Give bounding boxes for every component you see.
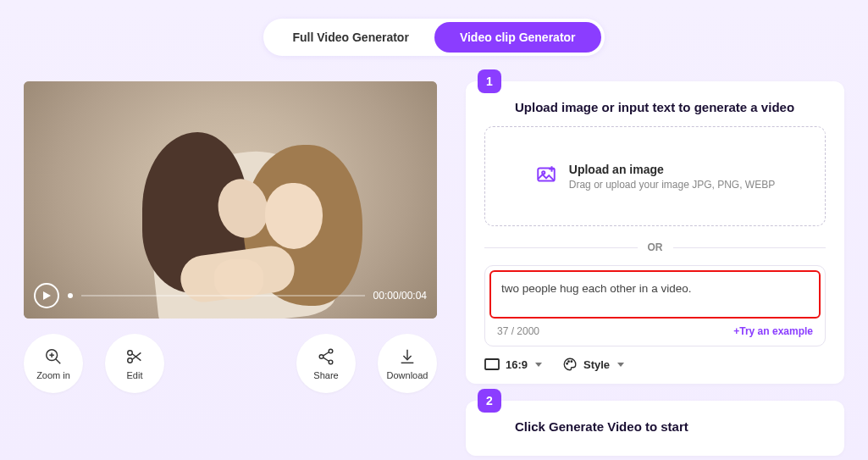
style-label: Style bbox=[583, 358, 610, 371]
svg-line-6 bbox=[132, 353, 141, 360]
svg-point-21 bbox=[568, 361, 570, 363]
action-row: Zoom in Edit Share Download bbox=[24, 334, 437, 393]
zoom-in-button[interactable]: Zoom in bbox=[24, 334, 83, 393]
progress-handle[interactable] bbox=[68, 293, 73, 298]
svg-point-5 bbox=[128, 357, 133, 363]
prompt-footer: 37 / 2000 +Try an example bbox=[485, 319, 825, 346]
upload-subtitle: Drag or upload your image JPG, PNG, WEBP bbox=[569, 179, 775, 191]
action-spacer bbox=[186, 334, 274, 393]
char-counter: 37 / 2000 bbox=[497, 325, 539, 337]
chevron-down-icon bbox=[535, 363, 542, 367]
upload-area[interactable]: Upload an image Drag or upload your imag… bbox=[484, 126, 826, 226]
prompt-text[interactable]: two people hug each other in a video. bbox=[501, 282, 809, 295]
step1-panel: 1 Upload image or input text to generate… bbox=[466, 81, 844, 384]
play-icon bbox=[41, 291, 52, 301]
download-label: Download bbox=[387, 370, 428, 380]
download-icon bbox=[398, 347, 417, 366]
time-total: 00:04 bbox=[401, 290, 427, 302]
tab-full-video[interactable]: Full Video Generator bbox=[267, 22, 434, 53]
step1-title: Upload image or input text to generate a… bbox=[515, 100, 826, 114]
timecode: 00:00/00:04 bbox=[373, 290, 427, 302]
style-select[interactable]: Style bbox=[562, 357, 624, 372]
mode-toggle: Full Video Generator Video clip Generato… bbox=[0, 0, 868, 56]
svg-line-12 bbox=[323, 357, 329, 361]
zoom-label: Zoom in bbox=[36, 370, 70, 380]
try-example-link[interactable]: +Try an example bbox=[733, 325, 813, 337]
generation-options: 16:9 Style bbox=[484, 357, 826, 372]
left-column: 00:00/00:04 Zoom in Edit Share Download bbox=[24, 81, 437, 456]
mode-toggle-track: Full Video Generator Video clip Generato… bbox=[263, 19, 604, 56]
time-current: 00:00 bbox=[373, 290, 399, 302]
step2-panel: 2 Click Generate Video to start bbox=[466, 401, 844, 456]
svg-point-20 bbox=[567, 363, 568, 365]
step2-title: Click Generate Video to start bbox=[515, 419, 826, 434]
seek-bar[interactable] bbox=[81, 295, 365, 297]
chevron-down-icon bbox=[617, 363, 624, 367]
main-layout: 00:00/00:04 Zoom in Edit Share Download bbox=[0, 56, 868, 456]
right-column: 1 Upload image or input text to generate… bbox=[466, 81, 844, 456]
aspect-icon bbox=[484, 358, 500, 370]
edit-label: Edit bbox=[127, 370, 143, 380]
aspect-label: 16:9 bbox=[506, 358, 528, 371]
tab-video-clip[interactable]: Video clip Generator bbox=[434, 22, 601, 53]
svg-line-1 bbox=[56, 358, 61, 363]
svg-point-22 bbox=[571, 361, 572, 363]
palette-icon bbox=[562, 357, 578, 372]
zoom-in-icon bbox=[44, 347, 63, 366]
or-label: OR bbox=[648, 241, 663, 253]
play-button[interactable] bbox=[34, 283, 59, 308]
video-preview[interactable]: 00:00/00:04 bbox=[24, 81, 437, 319]
player-controls: 00:00/00:04 bbox=[34, 283, 427, 308]
step1-badge: 1 bbox=[478, 69, 501, 93]
share-label: Share bbox=[313, 370, 338, 380]
download-button[interactable]: Download bbox=[378, 334, 437, 393]
step2-badge: 2 bbox=[478, 389, 501, 413]
aspect-ratio-select[interactable]: 16:9 bbox=[484, 358, 542, 371]
figure-face-right bbox=[265, 183, 323, 249]
svg-line-7 bbox=[132, 352, 141, 359]
or-divider: OR bbox=[484, 241, 826, 253]
svg-point-4 bbox=[128, 350, 133, 355]
upload-text: Upload an image Drag or upload your imag… bbox=[569, 163, 775, 191]
share-button[interactable]: Share bbox=[296, 334, 356, 393]
svg-line-11 bbox=[323, 352, 329, 356]
svg-rect-19 bbox=[485, 359, 499, 369]
upload-title: Upload an image bbox=[569, 163, 775, 176]
prompt-highlight: two people hug each other in a video. bbox=[489, 270, 821, 319]
edit-button[interactable]: Edit bbox=[105, 334, 164, 393]
upload-image-icon bbox=[535, 163, 557, 189]
prompt-input[interactable]: two people hug each other in a video. 37… bbox=[484, 265, 826, 346]
share-icon bbox=[317, 347, 335, 366]
scissors-icon bbox=[125, 347, 144, 366]
